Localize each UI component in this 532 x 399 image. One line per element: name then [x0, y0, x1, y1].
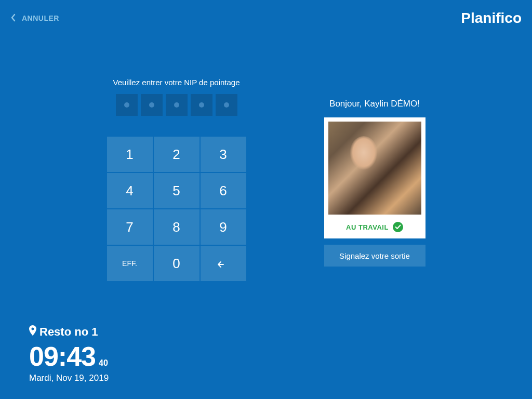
status-label: AU TRAVAIL: [346, 223, 389, 231]
key-clear[interactable]: EFF.: [107, 246, 153, 281]
pin-dot: [216, 94, 237, 116]
key-6[interactable]: 6: [201, 173, 246, 208]
location-line: Resto no 1: [29, 325, 109, 339]
user-photo: [328, 122, 421, 215]
key-7[interactable]: 7: [107, 209, 153, 245]
clock-main: 09:43: [29, 341, 96, 372]
status-line: AU TRAVAIL: [328, 222, 421, 232]
key-5[interactable]: 5: [154, 173, 200, 208]
pin-dot: [191, 94, 212, 116]
pin-dot: [166, 94, 188, 116]
clock-seconds: 40: [99, 358, 108, 368]
user-photo-card: AU TRAVAIL: [324, 117, 425, 238]
location-name: Resto no 1: [39, 325, 98, 339]
key-backspace[interactable]: [201, 246, 246, 281]
user-greeting: Bonjour, Kaylin DÉMO!: [329, 99, 420, 109]
cancel-label: ANNULER: [22, 14, 59, 22]
pin-prompt: Veuillez entrer votre NIP de pointage: [113, 78, 240, 87]
clock: 09:43 40: [29, 341, 109, 372]
key-2[interactable]: 2: [154, 137, 200, 172]
key-1[interactable]: 1: [107, 137, 153, 172]
key-8[interactable]: 8: [154, 209, 200, 245]
pin-panel: Veuillez entrer votre NIP de pointage 1 …: [107, 78, 246, 281]
pin-dot: [116, 94, 138, 116]
brand-name: Planifico: [461, 10, 522, 26]
signout-button[interactable]: Signalez votre sortie: [324, 245, 425, 267]
backspace-icon: [218, 256, 229, 272]
date-line: Mardi, Nov 19, 2019: [29, 373, 109, 383]
user-panel: Bonjour, Kaylin DÉMO! AU TRAVAIL Signale…: [324, 99, 425, 281]
key-4[interactable]: 4: [107, 173, 153, 208]
location-pin-icon: [29, 325, 36, 339]
key-0[interactable]: 0: [154, 246, 200, 281]
chevron-left-icon: [10, 14, 16, 23]
pin-dot: [141, 94, 163, 116]
keypad: 1 2 3 4 5 6 7 8 9 EFF. 0: [107, 137, 246, 281]
key-9[interactable]: 9: [201, 209, 246, 245]
cancel-button[interactable]: ANNULER: [10, 14, 59, 23]
main-content: Veuillez entrer votre NIP de pointage 1 …: [0, 78, 532, 281]
pin-dots: [116, 94, 237, 116]
key-3[interactable]: 3: [201, 137, 246, 172]
header: ANNULER Planifico: [0, 0, 532, 36]
footer: Resto no 1 09:43 40 Mardi, Nov 19, 2019: [29, 325, 109, 383]
check-circle-icon: [393, 222, 403, 232]
